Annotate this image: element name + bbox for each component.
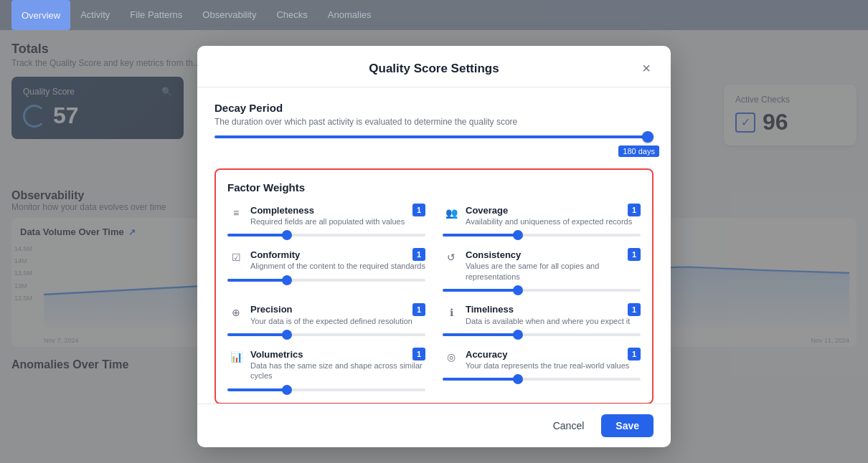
factor-fill-conformity (227, 279, 287, 282)
decay-period-section: Decay Period The duration over which pas… (214, 102, 654, 154)
factor-fill-accuracy (443, 378, 518, 381)
factor-badge-completeness: 1 (412, 204, 425, 216)
nav-tab-file-patterns[interactable]: File Patterns (120, 0, 192, 30)
factor-name-volumetrics: Volumetrics (250, 349, 303, 360)
factor-thumb-volumetrics[interactable] (282, 385, 292, 395)
factor-desc-volumetrics: Data has the same size and shape across … (250, 361, 425, 381)
factor-badge-coverage: 1 (628, 204, 641, 216)
decay-slider-container: 180 days (214, 135, 654, 154)
decay-description: The duration over which past activity is… (214, 117, 654, 127)
factor-name-conformity: Conformity (250, 249, 300, 260)
factor-icon-timeliness: ℹ (443, 304, 460, 321)
factor-fill-coverage (443, 234, 518, 237)
factor-slider-accuracy[interactable] (443, 378, 641, 381)
factor-badge-volumetrics: 1 (412, 348, 425, 361)
factor-item-volumetrics: 📊 Volumetrics 1 Data has the same size a… (227, 348, 425, 391)
factor-item-precision: ⊕ Precision 1 Your data is of the expect… (227, 303, 425, 336)
decay-title: Decay Period (214, 102, 654, 114)
factor-weights-section: Factor Weights ≡ Completeness 1 Required… (214, 168, 654, 404)
factor-desc-consistency: Values are the same for all copies and r… (466, 261, 641, 282)
decay-slider-label: 180 days (618, 145, 659, 157)
factor-thumb-timeliness[interactable] (513, 330, 523, 340)
save-button[interactable]: Save (601, 414, 654, 437)
modal-footer: Cancel Save (197, 404, 671, 447)
decay-slider-thumb[interactable] (642, 131, 654, 143)
modal-header: Quality Score Settings × (197, 46, 671, 87)
factor-badge-consistency: 1 (628, 248, 641, 261)
nav-tab-checks[interactable]: Checks (266, 0, 317, 30)
nav-tab-activity[interactable]: Activity (70, 0, 120, 30)
factor-icon-consistency: ↺ (443, 249, 460, 266)
modal-title: Quality Score Settings (361, 62, 507, 76)
factor-item-timeliness: ℹ Timeliness 1 Data is available when an… (443, 303, 641, 336)
factor-icon-volumetrics: 📊 (227, 348, 245, 366)
factor-slider-volumetrics[interactable] (227, 388, 425, 391)
nav-bar: const d = JSON.parse(document.getElement… (0, 0, 868, 30)
factor-desc-conformity: Alignment of the content to the required… (250, 261, 425, 271)
factor-name-completeness: Completeness (250, 205, 314, 216)
factor-slider-coverage[interactable] (443, 234, 641, 237)
modal-dialog: Quality Score Settings × Decay Period Th… (197, 46, 671, 447)
decay-slider-track: 180 days (214, 135, 654, 138)
modal-overlay: Quality Score Settings × Decay Period Th… (0, 30, 868, 463)
factor-item-accuracy: ◎ Accuracy 1 Your data represents the tr… (443, 348, 641, 391)
factor-weights-title: Factor Weights (227, 181, 641, 194)
factor-slider-consistency[interactable] (443, 289, 641, 292)
factor-slider-precision[interactable] (227, 333, 425, 336)
factor-desc-timeliness: Data is available when and where you exp… (466, 316, 641, 326)
factor-thumb-consistency[interactable] (513, 285, 523, 295)
factor-name-consistency: Consistency (466, 249, 521, 260)
factor-fill-volumetrics (227, 388, 287, 391)
modal-body: Decay Period The duration over which pas… (197, 87, 671, 404)
factor-desc-completeness: Required fields are all populated with v… (250, 216, 425, 226)
factor-thumb-completeness[interactable] (282, 230, 292, 240)
factor-icon-coverage: 👥 (443, 204, 460, 221)
factor-thumb-accuracy[interactable] (513, 374, 523, 384)
factor-grid: ≡ Completeness 1 Required fields are all… (227, 204, 641, 391)
factor-fill-completeness (227, 234, 287, 237)
factor-icon-conformity: ☑ (227, 249, 245, 266)
factor-thumb-precision[interactable] (282, 330, 292, 340)
factor-slider-conformity[interactable] (227, 279, 425, 282)
factor-slider-completeness[interactable] (227, 234, 425, 237)
factor-fill-timeliness (443, 333, 518, 336)
factor-thumb-coverage[interactable] (513, 230, 523, 240)
factor-item-conformity: ☑ Conformity 1 Alignment of the content … (227, 248, 425, 292)
factor-icon-completeness: ≡ (227, 204, 245, 221)
factor-badge-conformity: 1 (412, 248, 425, 261)
modal-close-button[interactable]: × (639, 60, 654, 77)
factor-item-completeness: ≡ Completeness 1 Required fields are all… (227, 204, 425, 237)
factor-slider-timeliness[interactable] (443, 333, 641, 336)
factor-badge-accuracy: 1 (628, 348, 641, 361)
factor-name-timeliness: Timeliness (466, 304, 514, 315)
factor-icon-accuracy: ◎ (443, 348, 460, 366)
nav-tab-observability[interactable]: Observability (192, 0, 266, 30)
factor-item-coverage: 👥 Coverage 1 Availability and uniqueness… (443, 204, 641, 237)
factor-name-accuracy: Accuracy (466, 349, 508, 360)
factor-icon-precision: ⊕ (227, 304, 245, 321)
factor-thumb-conformity[interactable] (282, 275, 292, 285)
factor-name-precision: Precision (250, 304, 293, 315)
nav-tab-anomalies[interactable]: Anomalies (318, 0, 382, 30)
factor-badge-precision: 1 (412, 303, 425, 316)
nav-tab-overview[interactable]: Overview (11, 0, 70, 30)
factor-desc-coverage: Availability and uniqueness of expected … (466, 216, 641, 226)
factor-badge-timeliness: 1 (628, 303, 641, 316)
factor-desc-accuracy: Your data represents the true real-world… (466, 361, 641, 371)
factor-item-consistency: ↺ Consistency 1 Values are the same for … (443, 248, 641, 292)
factor-desc-precision: Your data is of the expected defined res… (250, 316, 425, 326)
decay-slider-fill (214, 135, 654, 138)
factor-name-coverage: Coverage (466, 205, 508, 216)
cancel-button[interactable]: Cancel (543, 414, 595, 437)
factor-fill-consistency (443, 289, 518, 292)
factor-fill-precision (227, 333, 287, 336)
